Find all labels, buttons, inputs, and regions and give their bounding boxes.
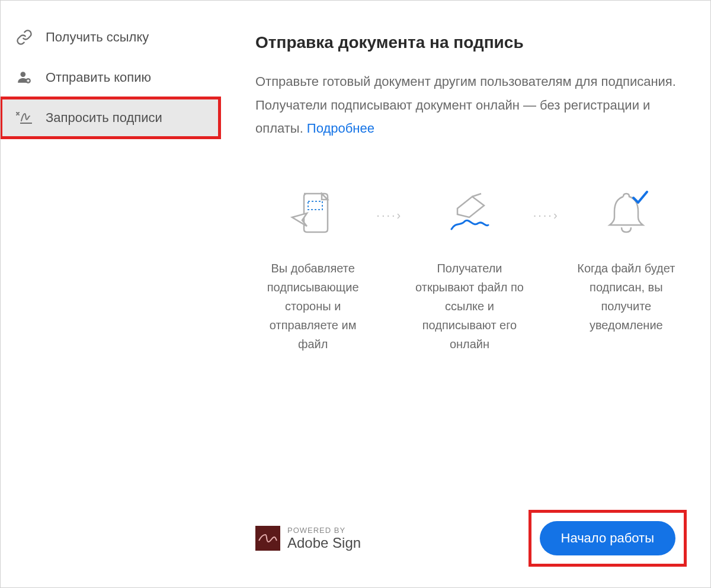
step-3-text: Когда файл будет подписан, вы получите у… [569,259,684,335]
powered-by: POWERED BY Adobe Sign [255,526,361,551]
cta-highlight: Начало работы [531,513,684,564]
sidebar-item-label: Отправить копию [46,70,151,85]
svg-point-0 [21,72,26,77]
sidebar-item-get-link[interactable]: Получить ссылку [1,17,220,57]
sidebar-item-label: Запросить подписи [46,110,162,126]
signature-icon [15,108,34,127]
step-1-text: Вы добавляете подписывающие стороны и от… [255,259,370,354]
main-content: Отправка документа на подпись Отправьте … [220,1,710,587]
sidebar-item-request-signatures[interactable]: Запросить подписи [1,98,220,138]
get-started-button[interactable]: Начало работы [540,521,675,555]
svg-rect-3 [308,201,322,210]
bell-check-icon [569,182,684,247]
sidebar-item-send-copy[interactable]: Отправить копию [1,57,220,98]
svg-line-4 [472,194,481,197]
person-add-icon [15,68,34,87]
step-2-text: Получатели открывают файл по ссылке и по… [412,259,527,354]
sidebar: Получить ссылку Отправить копию [1,1,220,587]
brand-name: Adobe Sign [287,535,361,551]
steps-row: Вы добавляете подписывающие стороны и от… [255,182,684,354]
learn-more-link[interactable]: Подробнее [307,121,374,136]
sidebar-item-label: Получить ссылку [46,30,149,45]
arrow-icon: ····› [533,182,563,222]
arrow-icon: ····› [376,182,406,222]
page-heading: Отправка документа на подпись [255,33,684,52]
step-3: Когда файл будет подписан, вы получите у… [569,182,684,335]
sign-online-icon [412,182,527,247]
adobe-sign-logo-icon [255,526,280,551]
powered-by-label: POWERED BY [287,526,361,535]
footer: POWERED BY Adobe Sign Начало работы [255,489,684,570]
step-1: Вы добавляете подписывающие стороны и от… [255,182,370,354]
document-send-icon [255,182,370,247]
page-description: Отправьте готовый документ другим пользо… [255,70,684,140]
link-icon [15,28,34,47]
step-2: Получатели открывают файл по ссылке и по… [412,182,527,354]
